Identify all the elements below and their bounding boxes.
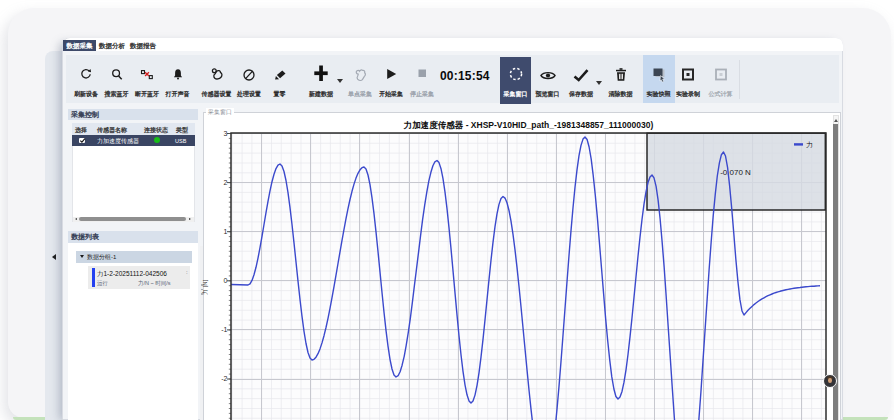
svg-text:-0.070 N: -0.070 N: [720, 168, 751, 177]
svg-text:力: 力: [806, 141, 813, 148]
